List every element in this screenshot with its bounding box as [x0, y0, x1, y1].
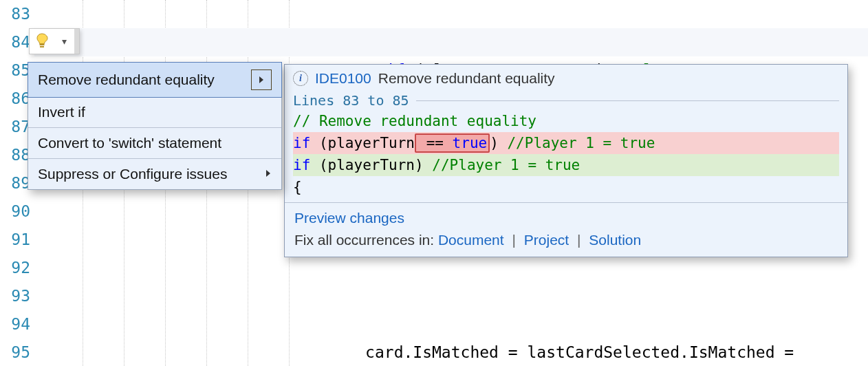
diff-context-line: { — [293, 176, 839, 198]
line-number: 91 — [0, 226, 34, 254]
fix-all-solution-link[interactable]: Solution — [589, 232, 641, 248]
fix-all-row: Fix all occurrences in: Document | Proje… — [294, 232, 838, 248]
code-line-93[interactable]: card.IsMatched = lastCardSelected.IsMatc… — [34, 310, 868, 338]
code-line-84[interactable]: if (playerTurn == true) //Player 1 = tru… — [34, 28, 868, 56]
diff-view: // Remove redundant equality if (playerT… — [285, 110, 847, 202]
line-number: 95 — [0, 338, 34, 366]
fix-all-project-link[interactable]: Project — [524, 232, 569, 248]
code-line-83[interactable]: // Remove redundant equality — [34, 0, 868, 28]
line-number: 83 — [0, 0, 34, 28]
preview-header: i IDE0100 Remove redundant equality — [285, 65, 847, 92]
diff-removed-line: if (playerTurn == true) //Player 1 = tru… — [293, 132, 839, 154]
preview-line-range: Lines 83 to 85 — [285, 92, 847, 110]
line-number: 94 — [0, 310, 34, 338]
code-fix-preview-panel: i IDE0100 Remove redundant equality Line… — [284, 64, 848, 257]
diff-added-line: if (playerTurn) //Player 1 = true — [293, 154, 839, 176]
diagnostic-description: Remove redundant equality — [378, 70, 555, 87]
fix-all-document-link[interactable]: Document — [438, 232, 504, 248]
chevron-down-icon: ▾ — [54, 36, 74, 47]
line-number: 93 — [0, 282, 34, 310]
diagnostic-id: IDE0100 — [315, 70, 371, 87]
chevron-right-icon — [265, 169, 272, 180]
chevron-right-icon — [251, 69, 272, 90]
svg-rect-0 — [40, 44, 45, 45]
lightbulb-icon — [30, 33, 54, 50]
quick-actions-menu: Remove redundant equality Invert if Conv… — [28, 62, 282, 190]
menu-item-remove-redundant-equality[interactable]: Remove redundant equality — [28, 62, 282, 98]
line-number: 90 — [0, 197, 34, 226]
info-icon: i — [293, 71, 308, 86]
svg-rect-1 — [40, 46, 44, 47]
preview-footer: Preview changes Fix all occurrences in: … — [285, 202, 847, 257]
quick-actions-lightbulb[interactable]: ▾ — [29, 28, 80, 54]
code-line-94[interactable]: } — [34, 338, 868, 366]
menu-item-suppress-configure[interactable]: Suppress or Configure issues — [28, 159, 281, 189]
grip-bar — [74, 29, 79, 54]
diff-context-line: // Remove redundant equality — [293, 110, 839, 132]
line-number: 92 — [0, 254, 34, 282]
preview-changes-link[interactable]: Preview changes — [294, 210, 838, 226]
menu-item-convert-to-switch[interactable]: Convert to 'switch' statement — [28, 128, 281, 158]
menu-item-invert-if[interactable]: Invert if — [28, 97, 281, 127]
